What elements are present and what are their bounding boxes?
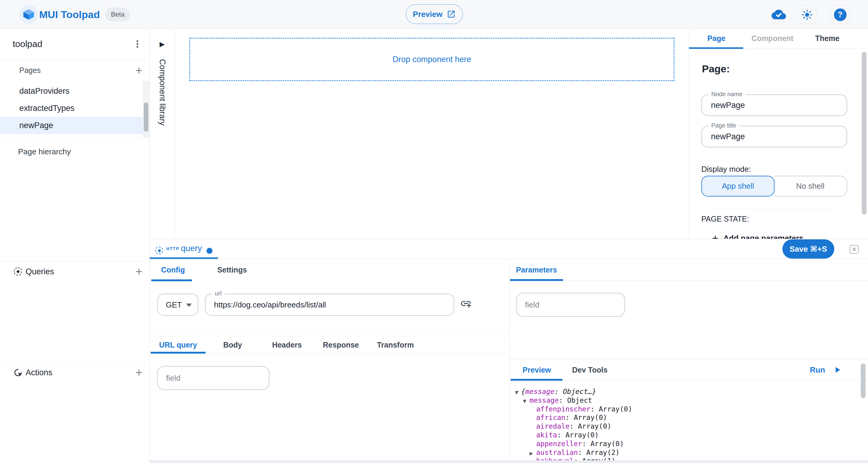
json-tree-line: appenzeller: Array(0) — [509, 439, 859, 448]
tab-settings[interactable]: Settings — [217, 259, 247, 281]
node-name-value[interactable]: newPage — [711, 95, 745, 116]
horizontal-scrollbar-track[interactable] — [150, 460, 868, 463]
json-preview-tree[interactable]: ▼{message: Object…}▼message: Objectaffen… — [509, 387, 859, 463]
cloud-done-icon[interactable] — [772, 8, 786, 21]
tab-transform[interactable]: Transform — [377, 336, 414, 353]
plus-icon — [711, 234, 720, 239]
no-shell-option[interactable]: No shell — [774, 176, 847, 196]
inspector-panel: Page Component Theme Page: Node name new… — [689, 29, 868, 239]
query-tab[interactable]: query — [181, 239, 202, 259]
inspector-tabs: Page Component Theme — [689, 29, 868, 49]
drop-hint-label: Drop component here — [393, 55, 471, 64]
component-library-label: Component library — [158, 59, 167, 126]
add-query-button[interactable] — [132, 265, 146, 279]
actions-icon — [13, 368, 23, 377]
json-key: appenzeller — [536, 440, 582, 447]
beta-badge: Beta — [105, 7, 130, 22]
json-key: message — [530, 396, 559, 404]
app-shell-option[interactable]: App shell — [701, 176, 775, 196]
run-label: Run — [810, 365, 825, 375]
json-tree-line: airedale: Array(0) — [509, 422, 859, 431]
app-title: MUI Toolpad — [39, 0, 100, 29]
add-page-parameters-button[interactable]: Add page parameters — [711, 234, 804, 239]
theme-mode-button[interactable] — [798, 5, 816, 24]
page-state-label: PAGE STATE: — [701, 215, 749, 223]
parameter-field-input[interactable]: field — [516, 293, 625, 317]
method-value: GET — [166, 294, 182, 315]
close-panel-button[interactable]: ✕ — [849, 245, 859, 254]
json-tree-line: african: Array(0) — [509, 413, 859, 422]
project-menu-button[interactable] — [130, 37, 145, 51]
divider — [713, 209, 835, 209]
pages-scrollbar-thumb[interactable] — [144, 102, 148, 132]
request-sub-tabs: URL query Body Headers Response Transfor… — [150, 336, 509, 353]
json-key: akita — [536, 431, 557, 439]
plus-icon — [134, 267, 144, 277]
json-key: affenpinscher — [536, 405, 590, 413]
inspector-scrollbar-thumb[interactable] — [862, 52, 867, 215]
tab-body[interactable]: Body — [223, 336, 242, 353]
pages-scrollbar[interactable] — [143, 81, 150, 137]
sidebar: toolpad Pages dataProviders extractedTyp… — [0, 29, 150, 463]
toolpad-logo-icon[interactable] — [23, 9, 34, 20]
json-key: australian — [536, 449, 578, 456]
collapse-icon[interactable]: ▼ — [523, 397, 530, 406]
add-link-icon[interactable] — [460, 298, 472, 310]
json-key: airedale — [536, 422, 569, 430]
json-tree-line: affenpinscher: Array(0) — [509, 405, 859, 413]
expand-icon[interactable]: ▶ — [530, 449, 536, 458]
collapse-icon[interactable]: ▼ — [515, 388, 521, 397]
tab-page[interactable]: Page — [707, 29, 725, 49]
light-mode-icon — [802, 9, 812, 20]
tab-preview[interactable]: Preview — [523, 359, 551, 381]
dropdown-caret-icon — [186, 304, 192, 307]
save-button[interactable]: Save ⌘+S — [782, 239, 834, 259]
tab-headers[interactable]: Headers — [272, 336, 302, 353]
sidebar-item-dataProviders[interactable]: dataProviders — [0, 83, 143, 100]
json-tree-line[interactable]: ▶australian: Array(2) — [509, 448, 859, 457]
tab-dev-tools[interactable]: Dev Tools — [572, 359, 608, 381]
plus-icon — [134, 65, 144, 76]
url-field[interactable]: url https://dog.ceo/api/breeds/list/all — [205, 294, 454, 316]
add-page-button[interactable] — [132, 64, 146, 78]
tab-theme[interactable]: Theme — [815, 29, 840, 49]
mui-toolpad-app: MUI Toolpad Beta Preview ? — [0, 0, 868, 463]
node-name-field[interactable]: Node name newPage — [701, 94, 847, 116]
component-library-panel[interactable]: ▶ Component library — [150, 29, 175, 239]
sidebar-item-extractedTypes[interactable]: extractedTypes — [0, 100, 143, 117]
sidebar-item-newPage[interactable]: newPage — [0, 117, 143, 134]
query-type-label: HTTP — [166, 239, 179, 259]
tab-component[interactable]: Component — [752, 29, 794, 49]
page-canvas: Drop component here — [175, 29, 689, 239]
tab-url-query[interactable]: URL query — [159, 336, 197, 353]
page-hierarchy-label[interactable]: Page hierarchy — [18, 144, 71, 160]
queries-section-header: Queries — [0, 261, 150, 282]
page-title-value[interactable]: newPage — [711, 126, 745, 147]
method-select[interactable]: GET — [157, 294, 198, 316]
page-title-field[interactable]: Page title newPage — [701, 126, 847, 147]
json-key: african — [536, 413, 565, 422]
tab-parameters[interactable]: Parameters — [516, 259, 557, 281]
actions-section-header: Actions — [0, 362, 150, 383]
add-page-parameters-label: Add page parameters — [723, 234, 804, 239]
field-placeholder: field — [525, 293, 539, 316]
json-tree-line[interactable]: ▼message: Object — [509, 396, 859, 405]
preview-button[interactable]: Preview — [406, 4, 463, 24]
tab-response[interactable]: Response — [323, 336, 359, 353]
kebab-menu-icon — [132, 38, 143, 50]
preview-scrollbar-thumb[interactable] — [861, 364, 866, 398]
run-button[interactable]: Run — [810, 359, 842, 381]
help-icon: ? — [834, 8, 846, 21]
actions-header-label: Actions — [26, 362, 53, 383]
expand-right-icon[interactable]: ▶ — [150, 40, 175, 48]
queries-icon — [14, 267, 22, 276]
app-bar: MUI Toolpad Beta Preview ? — [0, 0, 868, 29]
preview-tab-indicator — [510, 379, 562, 381]
json-tree-line[interactable]: ▼{message: Object…} — [509, 387, 859, 396]
tab-config[interactable]: Config — [161, 259, 185, 281]
drop-zone[interactable]: Drop component here — [189, 38, 675, 81]
url-query-field-input[interactable]: field — [157, 366, 270, 390]
add-action-button[interactable] — [132, 366, 146, 379]
help-button[interactable]: ? — [831, 5, 849, 24]
json-key: message — [525, 388, 555, 396]
